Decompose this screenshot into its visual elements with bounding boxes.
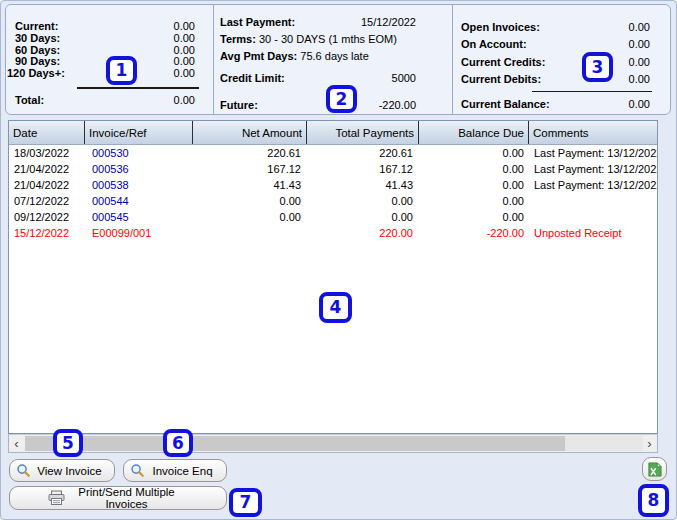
aging-value: 0.00 [174,55,195,67]
current-balance-value: 0.00 [629,98,650,110]
aging-value: 0.00 [174,20,195,32]
annotation-marker-8: 8 [638,484,669,517]
current-credits-label: Current Credits: [461,56,545,68]
aging-row-current: Current: 0.00 [15,20,195,32]
annotation-marker-6: 6 [163,429,193,457]
cell-net-amount: 41.43 [193,177,307,193]
annotation-marker-7: 7 [229,488,262,517]
magnifier-icon [16,463,31,478]
table-row[interactable]: 07/12/2022 000544 0.00 0.00 0.00 [9,193,657,209]
cell-total-payments: 167.12 [307,161,419,177]
open-invoices-label: Open Invoices: [461,21,540,33]
current-credits-row: Current Credits: 0.00 [461,56,650,68]
aging-total-value: 0.00 [174,94,195,106]
cell-invoice-ref[interactable]: 000530 [85,145,193,161]
cell-total-payments: 0.00 [307,209,419,225]
export-to-excel-button[interactable] [642,457,667,481]
column-header-total-payments[interactable]: Total Payments [307,121,419,144]
column-header-balance-due[interactable]: Balance Due [419,121,529,144]
table-row-unposted[interactable]: 15/12/2022 E00099/001 220.00 -220.00 Unp… [9,225,657,241]
current-credits-value: 0.00 [629,56,650,68]
cell-invoice-ref[interactable]: 000538 [85,177,193,193]
aging-label: 90 Days: [15,55,60,67]
invoice-table-header: Date Invoice/Ref Net Amount Total Paymen… [9,121,657,145]
on-account-row: On Account: 0.00 [461,38,650,50]
invoice-table: Date Invoice/Ref Net Amount Total Paymen… [8,120,658,434]
print-send-multiple-invoices-button[interactable]: Print/Send Multiple Invoices [9,486,227,510]
aging-value: 0.00 [174,32,195,44]
cell-invoice-ref[interactable]: E00099/001 [85,225,193,241]
avg-pmt-days-value: 75.6 days late [300,50,369,62]
cell-net-amount [193,225,307,241]
cell-total-payments: 0.00 [307,193,419,209]
aging-row-90-days: 90 Days: 0.00 [15,55,195,67]
current-debits-label: Current Debits: [461,73,541,85]
horizontal-scrollbar[interactable]: ‹ › [8,434,658,453]
table-row[interactable]: 09/12/2022 000545 0.00 0.00 0.00 [9,209,657,225]
cell-date: 09/12/2022 [9,209,85,225]
column-header-comments[interactable]: Comments [529,121,657,144]
cell-comments: Last Payment: 13/12/2022 [529,177,657,193]
cell-balance-due: 0.00 [419,177,529,193]
cell-balance-due: 0.00 [419,193,529,209]
cell-date: 15/12/2022 [9,225,85,241]
cell-net-amount: 0.00 [193,193,307,209]
annotation-marker-3: 3 [582,52,613,82]
cell-balance-due: 0.00 [419,161,529,177]
column-header-invoice-ref[interactable]: Invoice/Ref [85,121,193,144]
table-row[interactable]: 18/03/2022 000530 220.61 220.61 0.00 Las… [9,145,657,161]
cell-net-amount: 0.00 [193,209,307,225]
current-debits-row: Current Debits: 0.00 [461,73,650,85]
avg-pmt-days-label: Avg Pmt Days: [220,50,297,62]
future-label: Future: [220,99,258,111]
open-invoices-row: Open Invoices: 0.00 [461,21,650,33]
cell-net-amount: 167.12 [193,161,307,177]
cell-comments: Unposted Receipt [529,225,657,241]
aging-total-label: Total: [15,94,44,106]
table-row[interactable]: 21/04/2022 000536 167.12 167.12 0.00 Las… [9,161,657,177]
cell-invoice-ref[interactable]: 000536 [85,161,193,177]
scroll-right-arrow-icon[interactable]: › [642,435,657,452]
annotation-marker-1: 1 [106,56,137,85]
cell-date: 07/12/2022 [9,193,85,209]
credit-limit-row: Credit Limit: 5000 [220,72,416,84]
terms-label: Terms: [220,33,256,45]
printer-icon [48,490,65,506]
cell-balance-due: 0.00 [419,209,529,225]
cell-comments: Last Payment: 13/12/2022 [529,145,657,161]
aging-total-row: Total: 0.00 [15,94,195,106]
future-row: Future: -220.00 [220,99,416,111]
section-divider [213,5,214,114]
cell-invoice-ref[interactable]: 000544 [85,193,193,209]
avg-pmt-days-row: Avg Pmt Days: 75.6 days late [220,50,369,62]
aging-value: 0.00 [174,67,195,79]
balance-total-rule [532,91,652,92]
scrollbar-track[interactable] [565,436,643,451]
view-invoice-label: View Invoice [31,465,108,477]
current-balance-label: Current Balance: [461,98,550,110]
annotation-marker-2: 2 [326,85,357,113]
scrollbar-thumb[interactable] [25,436,565,451]
scroll-left-arrow-icon[interactable]: ‹ [9,435,24,452]
view-invoice-button[interactable]: View Invoice [9,459,115,482]
invoice-enq-label: Invoice Enq [145,465,220,477]
cell-balance-due: 0.00 [419,145,529,161]
column-header-net-amount[interactable]: Net Amount [193,121,307,144]
excel-export-icon [647,462,662,477]
cell-net-amount: 220.61 [193,145,307,161]
magnifier-icon [130,463,145,478]
credit-limit-value: 5000 [392,72,416,84]
cell-comments: Last Payment: 13/12/2022 [529,161,657,177]
cell-date: 18/03/2022 [9,145,85,161]
column-header-date[interactable]: Date [9,121,85,144]
open-invoices-value: 0.00 [629,21,650,33]
on-account-label: On Account: [461,38,527,50]
cell-total-payments: 220.61 [307,145,419,161]
aging-row-120-days-plus: 120 Days+: 0.00 [7,67,195,79]
invoice-enq-button[interactable]: Invoice Enq [123,459,227,482]
cell-invoice-ref[interactable]: 000545 [85,209,193,225]
aging-row-30-days: 30 Days: 0.00 [15,32,195,44]
table-row[interactable]: 21/04/2022 000538 41.43 41.43 0.00 Last … [9,177,657,193]
credit-limit-label: Credit Limit: [220,72,285,84]
cell-comments [529,209,657,225]
